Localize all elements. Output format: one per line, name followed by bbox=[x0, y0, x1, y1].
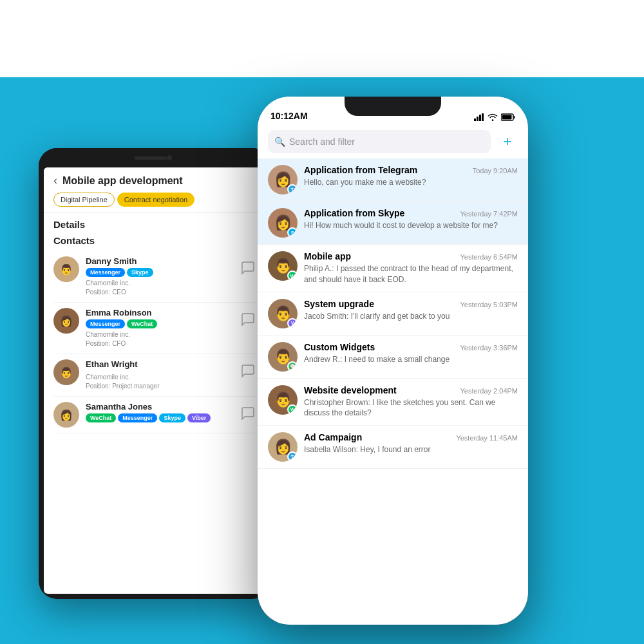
conv-name: Mobile app bbox=[304, 251, 351, 261]
platform-badge-wechat: W bbox=[287, 404, 298, 415]
conv-preview: Jacob Smith: I'll clarify and get back t… bbox=[304, 311, 518, 322]
chat-icon[interactable] bbox=[240, 406, 256, 421]
conv-time: Yesterday 3:36PM bbox=[460, 344, 518, 352]
conv-content: System upgrade Yesterday 5:03PM Jacob Sm… bbox=[304, 299, 518, 322]
conv-name: Application from Telegram bbox=[304, 165, 417, 175]
svg-rect-0 bbox=[474, 118, 476, 121]
conv-content: Application from Telegram Today 9:20AM H… bbox=[304, 165, 518, 188]
conv-time: Yesterday 6:54PM bbox=[460, 253, 518, 261]
back-button[interactable]: ‹ bbox=[53, 174, 57, 187]
conv-content: Website development Yesterday 2:04PM Chr… bbox=[304, 385, 518, 419]
avatar: 👨 bbox=[53, 359, 79, 385]
conv-preview: Hello, can you make me a website? bbox=[304, 177, 518, 188]
avatar: 👩 T bbox=[268, 165, 298, 194]
conv-name: Application from Skype bbox=[304, 208, 404, 218]
status-time: 10:12AM bbox=[270, 111, 308, 121]
contact-item: 👩 Emma Robinson Messenger WeChat Chamomi… bbox=[53, 303, 256, 354]
tag-messenger: Messenger bbox=[86, 268, 125, 277]
search-placeholder-text: Search and filter bbox=[289, 137, 355, 147]
svg-rect-5 bbox=[514, 116, 515, 118]
platform-badge-sms: 💬 bbox=[287, 361, 298, 372]
contacts-title: Contacts bbox=[53, 235, 256, 246]
android-header: ‹ Mobile app development Digital Pipelin… bbox=[44, 167, 265, 213]
chat-icon[interactable] bbox=[240, 363, 256, 379]
contact-name: Samantha Jones bbox=[86, 402, 238, 412]
conversation-item[interactable]: 👨 W Mobile app Yesterday 6:54PM Philip A… bbox=[258, 245, 528, 292]
platform-badge-telegram: T bbox=[287, 451, 298, 462]
contact-name: Ethan Wright bbox=[86, 359, 238, 369]
conv-preview: Isabella Wilson: Hey, I found an error bbox=[304, 444, 518, 455]
add-conversation-button[interactable]: + bbox=[497, 131, 518, 152]
contact-company: Chamomile inc. Position: CEO bbox=[86, 279, 238, 297]
contact-name: Emma Robinson bbox=[86, 308, 238, 317]
conv-top-row: System upgrade Yesterday 5:03PM bbox=[304, 299, 518, 309]
conv-top-row: Application from Skype Yesterday 7:42PM bbox=[304, 208, 518, 218]
chat-icon[interactable] bbox=[240, 260, 256, 276]
conversation-item[interactable]: 👨 W Website development Yesterday 2:04PM… bbox=[258, 379, 528, 426]
conv-content: Application from Skype Yesterday 7:42PM … bbox=[304, 208, 518, 231]
tag-messenger: Messenger bbox=[118, 413, 157, 422]
avatar: 👨 W bbox=[268, 251, 298, 281]
conv-time: Yesterday 7:42PM bbox=[460, 210, 518, 218]
svg-rect-3 bbox=[482, 113, 484, 121]
conv-time: Yesterday 11:45AM bbox=[456, 434, 518, 442]
conv-name: Website development bbox=[304, 385, 397, 395]
iphone-screen: 10:12AM bbox=[258, 97, 528, 625]
avatar-face: 👩 bbox=[53, 308, 79, 334]
contact-tags: Messenger WeChat bbox=[86, 319, 238, 328]
tab-contract-negotiation[interactable]: Contract negotiation bbox=[117, 193, 194, 207]
android-notch bbox=[39, 148, 270, 167]
conv-top-row: Mobile app Yesterday 6:54PM bbox=[304, 251, 518, 261]
tag-wechat: WeChat bbox=[86, 413, 116, 422]
conversation-item[interactable]: 👩 T Application from Telegram Today 9:20… bbox=[258, 158, 528, 202]
platform-badge-wechat: W bbox=[287, 270, 298, 281]
details-title: Details bbox=[53, 219, 256, 230]
contact-item: 👨 Ethan Wright Chamomile inc. Position: … bbox=[53, 354, 256, 397]
android-title-row: ‹ Mobile app development bbox=[53, 174, 256, 187]
conv-name: Custom Widgets bbox=[304, 342, 375, 352]
conv-top-row: Custom Widgets Yesterday 3:36PM bbox=[304, 342, 518, 352]
tag-viber: Viber bbox=[187, 413, 211, 422]
tag-skype: Skype bbox=[159, 413, 185, 422]
conv-top-row: Application from Telegram Today 9:20AM bbox=[304, 165, 518, 175]
contact-company: Chamomile inc. Position: Project manager bbox=[86, 373, 238, 391]
contact-name: Danny Smith bbox=[86, 256, 238, 266]
tag-messenger: Messenger bbox=[86, 319, 125, 328]
iphone-notch bbox=[345, 97, 441, 116]
platform-badge-viber: V bbox=[287, 318, 298, 328]
android-tabs: Digital Pipeline Contract negotiation bbox=[53, 193, 256, 207]
battery-icon bbox=[501, 113, 515, 121]
tag-wechat: WeChat bbox=[127, 319, 157, 328]
contact-item: 👨 Danny Smith Messenger Skype Chamomile … bbox=[53, 251, 256, 303]
iphone-search-bar: 🔍 Search and filter + bbox=[258, 125, 528, 158]
tab-digital-pipeline[interactable]: Digital Pipeline bbox=[53, 193, 115, 207]
android-phone: ‹ Mobile app development Digital Pipelin… bbox=[39, 148, 270, 599]
contact-info: Samantha Jones WeChat Messenger Skype Vi… bbox=[86, 402, 238, 424]
conversation-item[interactable]: 👩 S Application from Skype Yesterday 7:4… bbox=[258, 202, 528, 245]
platform-badge-telegram: T bbox=[287, 184, 298, 194]
avatar: 👨 V bbox=[268, 299, 298, 328]
conv-top-row: Ad Campaign Yesterday 11:45AM bbox=[304, 432, 518, 442]
conv-time: Yesterday 2:04PM bbox=[460, 387, 518, 395]
conv-preview: Christopher Brown: I like the sketches y… bbox=[304, 397, 518, 419]
avatar-face: 👨 bbox=[53, 359, 79, 385]
conv-preview: Hi! How much would it cost to develop a … bbox=[304, 220, 518, 231]
search-box[interactable]: 🔍 Search and filter bbox=[268, 130, 491, 153]
conv-preview: Andrew R.: I need to make a small change bbox=[304, 354, 518, 365]
android-page-title: Mobile app development bbox=[62, 175, 183, 187]
svg-rect-2 bbox=[479, 115, 481, 121]
android-details-section: Details Contacts 👨 Danny Smith Messenger… bbox=[44, 213, 265, 436]
signal-icon bbox=[474, 113, 484, 121]
conversation-item[interactable]: 👨 💬 Custom Widgets Yesterday 3:36PM Andr… bbox=[258, 336, 528, 379]
avatar: 👩 bbox=[53, 308, 79, 334]
chat-icon[interactable] bbox=[240, 312, 256, 327]
svg-rect-1 bbox=[477, 117, 478, 121]
contact-info: Ethan Wright Chamomile inc. Position: Pr… bbox=[86, 359, 238, 391]
avatar-face: 👩 bbox=[53, 402, 79, 428]
conv-content: Ad Campaign Yesterday 11:45AM Isabella W… bbox=[304, 432, 518, 455]
wifi-icon bbox=[488, 113, 498, 121]
conversation-item[interactable]: 👨 V System upgrade Yesterday 5:03PM Jaco… bbox=[258, 292, 528, 336]
conversation-list: 👩 T Application from Telegram Today 9:20… bbox=[258, 158, 528, 469]
conversation-item[interactable]: 👩 T Ad Campaign Yesterday 11:45AM Isabel… bbox=[258, 426, 528, 469]
contact-tags: Messenger Skype bbox=[86, 268, 238, 277]
